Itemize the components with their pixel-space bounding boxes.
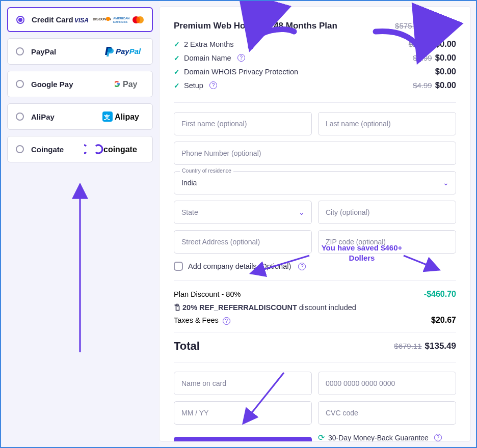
svg-text:Pay: Pay bbox=[123, 80, 138, 89]
card-expiry-input[interactable] bbox=[174, 401, 312, 425]
feature-row: ✓Domain Name? $9.99$0.00 bbox=[174, 51, 456, 65]
pay-option-label: Google Pay bbox=[31, 80, 73, 89]
refresh-icon: ⟳ bbox=[318, 433, 325, 442]
plan-features: ✓2 Extra Months $23.98$0.00 ✓Domain Name… bbox=[174, 37, 456, 92]
svg-point-7 bbox=[137, 16, 140, 23]
card-cvc-input[interactable] bbox=[318, 401, 456, 425]
pay-option-label: Coingate bbox=[31, 145, 64, 154]
guarantees: ⟳30-Day Money-Back Guarantee ? 🔒Encrypte… bbox=[318, 432, 456, 442]
discount-row: Plan Discount - 80% -$460.70 bbox=[174, 290, 456, 299]
payment-methods-sidebar: Credit Card VISA DISCOVER AMERICANEXPRES… bbox=[1, 1, 159, 447]
svg-text:AMERICAN: AMERICAN bbox=[113, 17, 129, 20]
svg-text:coingate: coingate bbox=[103, 145, 137, 154]
svg-text:支: 支 bbox=[103, 114, 110, 121]
help-icon[interactable]: ? bbox=[434, 434, 442, 441]
help-icon[interactable]: ? bbox=[223, 317, 230, 325]
city-input[interactable] bbox=[318, 201, 456, 224]
plan-price: $575.52$143.52 bbox=[395, 21, 456, 31]
card-name-input[interactable] bbox=[174, 372, 312, 395]
radio-icon bbox=[16, 47, 24, 55]
pay-option-label: PayPal bbox=[31, 47, 56, 56]
country-select[interactable]: India ⌄ bbox=[174, 171, 456, 194]
checkout-panel: Premium Web Hosting - 48 Months Plan $57… bbox=[159, 6, 471, 442]
total-row: Total $679.11$135.49 bbox=[174, 340, 456, 353]
pay-option-label: AliPay bbox=[31, 113, 55, 121]
pay-option-googlepay[interactable]: Google Pay Pay bbox=[7, 71, 153, 97]
last-name-input[interactable] bbox=[318, 112, 456, 135]
plan-title: Premium Web Hosting - 48 Months Plan bbox=[174, 21, 337, 31]
check-icon: ✓ bbox=[174, 68, 180, 76]
radio-icon bbox=[16, 145, 24, 153]
submit-payment-button[interactable]: Submit Secure Payment bbox=[174, 437, 312, 442]
radio-icon bbox=[16, 80, 24, 88]
card-number-input[interactable] bbox=[318, 372, 456, 395]
paypal-logo: PayPal bbox=[104, 46, 144, 57]
coingate-logo: coingate bbox=[84, 144, 144, 155]
amex-icon: AMERICANEXPRESS bbox=[113, 16, 130, 23]
divider bbox=[174, 362, 456, 362]
alipay-logo: 支Alipay bbox=[102, 111, 144, 122]
radio-icon bbox=[16, 16, 24, 24]
feature-row: ✓2 Extra Months $23.98$0.00 bbox=[174, 37, 456, 51]
help-icon[interactable]: ? bbox=[209, 81, 217, 89]
tag-icon: 🏷 bbox=[173, 303, 182, 311]
checkbox-icon bbox=[174, 262, 183, 271]
svg-text:PayPal: PayPal bbox=[116, 47, 141, 55]
company-details-toggle[interactable]: Add company details (Optional) ? bbox=[174, 262, 456, 271]
svg-text:VISA: VISA bbox=[74, 17, 89, 23]
pay-option-paypal[interactable]: PayPal PayPal bbox=[7, 38, 153, 65]
help-icon[interactable]: ? bbox=[298, 263, 306, 270]
svg-text:EXPRESS: EXPRESS bbox=[113, 20, 127, 23]
billing-form: India ⌄ ⌄ bbox=[174, 112, 456, 254]
feature-row: ✓Setup? $4.99$0.00 bbox=[174, 78, 456, 92]
googlepay-logo: Pay bbox=[115, 78, 144, 90]
pay-option-label: Credit Card bbox=[32, 15, 73, 24]
svg-rect-9 bbox=[117, 83, 120, 85]
pay-option-credit-card[interactable]: Credit Card VISA DISCOVER AMERICANEXPRES… bbox=[7, 7, 153, 32]
street-input[interactable] bbox=[174, 230, 312, 254]
check-icon: ✓ bbox=[174, 81, 180, 90]
card-brand-logos: VISA DISCOVER AMERICANEXPRESS bbox=[74, 16, 144, 24]
divider bbox=[174, 280, 456, 281]
divider bbox=[174, 332, 456, 332]
feature-row: ✓Domain WHOIS Privacy Protection $0.00 bbox=[174, 65, 456, 78]
visa-icon: VISA bbox=[74, 17, 91, 23]
first-name-input[interactable] bbox=[174, 112, 312, 135]
svg-point-2 bbox=[106, 17, 110, 21]
check-icon: ✓ bbox=[174, 40, 180, 48]
card-form: Submit Secure Payment ⟳30-Day Money-Back… bbox=[174, 372, 456, 442]
tax-row: Taxes & Fees ? $20.67 bbox=[174, 316, 456, 325]
check-icon: ✓ bbox=[174, 54, 180, 62]
pay-option-coingate[interactable]: Coingate coingate bbox=[7, 136, 153, 162]
divider bbox=[174, 102, 456, 103]
mastercard-icon bbox=[132, 16, 144, 24]
annotation-saved: You have saved $460+ Dollers bbox=[316, 243, 408, 263]
svg-text:Alipay: Alipay bbox=[115, 113, 139, 121]
coupon-row: 🏷20% REF_REFERRALDISCOUNT discount inclu… bbox=[174, 303, 456, 312]
pay-option-alipay[interactable]: AliPay 支Alipay bbox=[7, 103, 153, 130]
help-icon[interactable]: ? bbox=[237, 54, 245, 62]
state-select[interactable]: ⌄ bbox=[174, 201, 312, 224]
discover-icon: DISCOVER bbox=[93, 16, 111, 23]
radio-icon bbox=[16, 113, 24, 121]
phone-input[interactable] bbox=[174, 142, 456, 165]
